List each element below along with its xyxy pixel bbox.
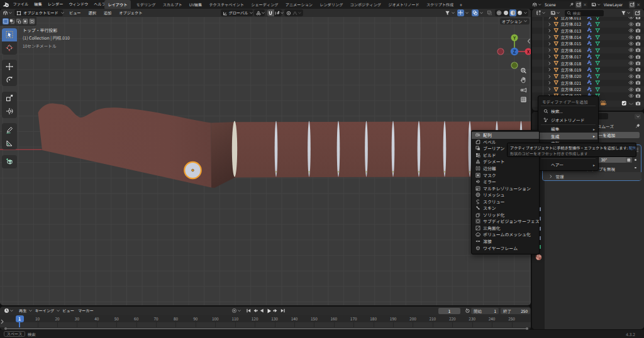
- previous-keyframe-button[interactable]: [252, 308, 258, 313]
- outliner-filter-icon[interactable]: [621, 10, 626, 16]
- record-chevron-icon[interactable]: [237, 308, 242, 313]
- workspace-tab-アニメーション[interactable]: アニメーション: [282, 1, 316, 9]
- tool-annotate[interactable]: [2, 123, 17, 136]
- expand-chevron-icon[interactable]: [547, 48, 552, 53]
- outliner-row[interactable]: 立方体.021: [532, 80, 644, 86]
- workspace-tab-テクスチャペイント[interactable]: テクスチャペイント: [206, 1, 248, 9]
- expand-chevron-icon[interactable]: [547, 61, 552, 66]
- sidebar-toggle[interactable]: [527, 38, 531, 44]
- workspace-tab-スクリプト作成[interactable]: スクリプト作成: [423, 1, 457, 9]
- filter-id-chevron-icon[interactable]: [556, 11, 560, 15]
- hide-viewport-eye-icon[interactable]: [628, 21, 634, 27]
- modifier-wrench-icon[interactable]: [587, 87, 592, 92]
- workspace-tab-UV編集[interactable]: UV編集: [186, 1, 206, 9]
- tool-rotate[interactable]: [2, 73, 17, 86]
- selected-cylinder[interactable]: [184, 162, 201, 178]
- pin-properties-icon[interactable]: [635, 123, 641, 129]
- modifier-wrench-icon[interactable]: [587, 54, 592, 60]
- modifier-wrench-icon[interactable]: [587, 80, 592, 85]
- submenu-item-デシメート[interactable]: デシメート: [472, 158, 539, 165]
- select-mode-invert-button[interactable]: [23, 18, 29, 25]
- topbar-menu-item[interactable]: ウィンドウ: [66, 0, 91, 9]
- timeline-view-menu[interactable]: ビュー: [60, 308, 76, 313]
- hide-viewport-eye-icon[interactable]: [628, 54, 634, 60]
- outliner-filter-chevron-icon[interactable]: [626, 11, 631, 15]
- playback-menu[interactable]: 再生: [17, 308, 28, 313]
- topbar-menu-item[interactable]: ファイル: [10, 0, 31, 9]
- disable-render-camera-icon[interactable]: [635, 87, 641, 92]
- expand-chevron-icon[interactable]: [547, 74, 552, 79]
- timeline-editor-chevron-icon[interactable]: [9, 308, 14, 313]
- viewport-menu-item[interactable]: 選択: [85, 10, 100, 16]
- viewport-menu-item[interactable]: ビュー: [65, 10, 85, 16]
- guitar-body-side[interactable]: [211, 122, 235, 188]
- xray-toggle-icon[interactable]: [487, 10, 492, 16]
- scene-selector[interactable]: Scene ✕: [542, 1, 588, 8]
- disable-render-camera-icon[interactable]: [635, 54, 641, 60]
- hide-viewport-eye-icon[interactable]: [628, 35, 634, 40]
- disable-render-camera-icon[interactable]: [635, 67, 641, 72]
- zoom-button[interactable]: [519, 67, 528, 75]
- select-mode-intersect-button[interactable]: [29, 18, 35, 25]
- expand-chevron-icon[interactable]: [547, 80, 552, 85]
- hide-viewport-eye-icon[interactable]: [628, 47, 634, 53]
- angle-attribute-toggle[interactable]: [626, 157, 632, 163]
- topbar-menu-item[interactable]: レンダー: [45, 0, 66, 9]
- mesh-data-icon[interactable]: [595, 48, 601, 53]
- fret[interactable]: [308, 121, 311, 177]
- play-reverse-button[interactable]: [259, 308, 265, 313]
- jump-to-end-button[interactable]: [280, 308, 286, 313]
- select-mode-extend-button[interactable]: [9, 18, 16, 25]
- options-dropdown[interactable]: オプション: [500, 18, 530, 25]
- workspace-tab-モデリング[interactable]: モデリング: [133, 1, 159, 9]
- frame-end-field[interactable]: 終了 250: [501, 308, 530, 314]
- outliner-display-mode-icon[interactable]: [536, 10, 541, 16]
- modifier-wrench-icon[interactable]: [587, 74, 592, 79]
- timeline-track-band[interactable]: [0, 322, 531, 328]
- workspace-tab-スカルプト[interactable]: スカルプト: [159, 1, 186, 9]
- submenu-item-マスク[interactable]: マスク: [472, 172, 539, 178]
- hide-viewport-eye-icon[interactable]: [628, 74, 634, 79]
- expand-chevron-icon[interactable]: [547, 67, 552, 72]
- pin-scene-icon[interactable]: [569, 2, 574, 7]
- disable-render-camera-icon[interactable]: [635, 47, 641, 53]
- new-collection-button[interactable]: [633, 9, 641, 16]
- menu-item-edit[interactable]: 編集▸: [539, 126, 597, 133]
- tool-move[interactable]: [2, 60, 17, 73]
- toggle-ortho-button[interactable]: [519, 95, 528, 104]
- exclude-checkbox[interactable]: [621, 101, 627, 106]
- disable-render-camera-icon[interactable]: [635, 35, 641, 40]
- outliner-row[interactable]: 立方体.022: [532, 86, 644, 92]
- outliner-row[interactable]: 立方体.012: [532, 21, 644, 27]
- hide-viewport-eye-icon[interactable]: [628, 87, 634, 92]
- outliner-row[interactable]: 立方体.017: [532, 53, 644, 60]
- remove-viewlayer-button[interactable]: ✕: [635, 1, 641, 8]
- expand-chevron-icon[interactable]: [547, 87, 552, 92]
- fret[interactable]: [365, 121, 368, 177]
- submenu-item-ソリッド化[interactable]: ソリッド化: [472, 212, 539, 219]
- disable-render-camera-icon[interactable]: [635, 80, 641, 85]
- gizmos-toggle[interactable]: [457, 9, 464, 16]
- mesh-data-icon[interactable]: [595, 74, 601, 79]
- modifier-wrench-icon[interactable]: [587, 67, 592, 73]
- submenu-item-辺分離[interactable]: 辺分離: [472, 165, 539, 172]
- outliner-filter-id-icon[interactable]: [550, 10, 556, 16]
- timeline-expand-arrow[interactable]: [1, 319, 4, 324]
- submenu-item-三角面化[interactable]: 三角面化: [472, 225, 539, 232]
- submenu-item-溶接[interactable]: 溶接: [472, 238, 539, 245]
- new-viewlayer-button[interactable]: [629, 1, 635, 8]
- tool-select-box[interactable]: [2, 28, 17, 41]
- record-button-icon[interactable]: [231, 308, 237, 313]
- mesh-data-icon[interactable]: [595, 35, 601, 40]
- playhead[interactable]: 1: [16, 315, 24, 322]
- next-keyframe-button[interactable]: [273, 308, 279, 313]
- expand-chevron-icon[interactable]: [547, 28, 552, 33]
- disable-render-camera-icon[interactable]: [635, 60, 641, 66]
- topbar-menu-item[interactable]: 編集: [31, 0, 45, 9]
- scene-chevron-icon[interactable]: [538, 3, 542, 7]
- modifier-wrench-icon[interactable]: [587, 41, 592, 46]
- hide-viewport-eye-icon[interactable]: [628, 41, 634, 46]
- workspace-tab-シェーディング[interactable]: シェーディング: [248, 1, 282, 9]
- disable-render-camera-icon[interactable]: [635, 28, 641, 33]
- fret[interactable]: [275, 121, 278, 177]
